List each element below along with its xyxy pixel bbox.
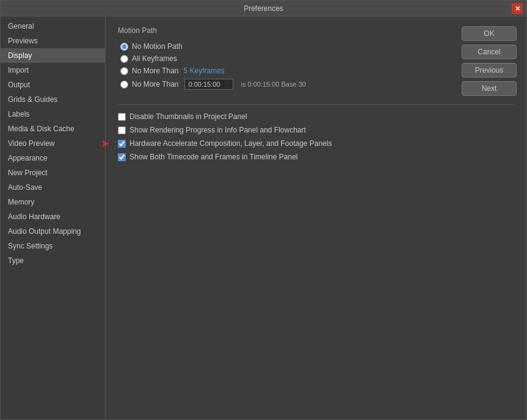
radio-row-no-motion-path: No Motion Path	[120, 42, 514, 51]
motion-path-radio-group: No Motion Path All Keyframes No More Tha…	[120, 42, 514, 90]
checkbox-disable-thumbnails-label: Disable Thumbnails in Project Panel	[129, 112, 247, 121]
sidebar-item-grids-guides[interactable]: Grids & Guides	[1, 92, 105, 107]
checkbox-group: Disable Thumbnails in Project Panel Show…	[118, 112, 514, 161]
checkbox-row-disable-thumbnails: Disable Thumbnails in Project Panel	[118, 112, 514, 121]
sidebar-item-appearance[interactable]: Appearance	[1, 151, 105, 165]
radio-no-more-than-kf[interactable]	[120, 67, 128, 75]
sidebar-item-display[interactable]: Display	[1, 48, 105, 63]
radio-all-keyframes[interactable]	[120, 55, 128, 63]
sidebar-item-sync-settings[interactable]: Sync Settings	[1, 239, 105, 253]
radio-no-motion-path[interactable]	[120, 43, 128, 51]
radio-no-motion-path-label: No Motion Path	[132, 42, 183, 51]
time-input[interactable]	[184, 79, 233, 90]
title-bar: Preferences ✕	[1, 1, 526, 16]
divider	[118, 104, 514, 105]
sidebar-item-import[interactable]: Import	[1, 63, 105, 78]
sidebar: GeneralPreviewsDisplayImportOutputGrids …	[1, 16, 106, 419]
motion-path-section-title: Motion Path	[118, 26, 514, 35]
close-button[interactable]: ✕	[512, 3, 523, 14]
sidebar-item-output[interactable]: Output	[1, 78, 105, 92]
sidebar-item-general[interactable]: General	[1, 19, 105, 34]
sidebar-item-type[interactable]: Type	[1, 253, 105, 268]
sidebar-item-auto-save[interactable]: Auto-Save	[1, 180, 105, 195]
radio-row-no-more-than-time: No More Than is 0:00:15:00 Base 30	[120, 79, 514, 90]
dialog-body: GeneralPreviewsDisplayImportOutputGrids …	[1, 16, 526, 419]
checkbox-show-rendering[interactable]	[118, 126, 126, 134]
arrow-indicator: ➤	[101, 137, 110, 150]
checkbox-row-show-timecode: Show Both Timecode and Frames in Timelin…	[118, 153, 514, 161]
checkbox-hardware-accelerate-label: Hardware Accelerate Composition, Layer, …	[129, 139, 332, 148]
sidebar-item-media-disk-cache[interactable]: Media & Disk Cache	[1, 121, 105, 136]
radio-all-keyframes-label: All Keyframes	[132, 54, 177, 63]
checkbox-row-show-rendering: Show Rendering Progress in Info Panel an…	[118, 126, 514, 134]
sidebar-item-memory[interactable]: Memory	[1, 195, 105, 209]
sidebar-item-audio-output-mapping[interactable]: Audio Output Mapping	[1, 224, 105, 239]
sidebar-item-new-project[interactable]: New Project	[1, 165, 105, 180]
ok-button[interactable]: OK	[462, 26, 517, 41]
dialog-title: Preferences	[244, 4, 283, 13]
sidebar-item-video-preview[interactable]: Video Preview	[1, 136, 105, 151]
next-button[interactable]: Next	[462, 81, 517, 96]
radio-no-more-than-time[interactable]	[120, 81, 128, 89]
radio-no-more-than-kf-label: No More Than	[132, 67, 178, 75]
checkbox-hardware-accelerate[interactable]	[118, 140, 126, 148]
checkbox-disable-thumbnails[interactable]	[118, 113, 126, 121]
preferences-dialog: Preferences ✕ GeneralPreviewsDisplayImpo…	[0, 0, 527, 420]
checkbox-row-hardware-accelerate: ➤ Hardware Accelerate Composition, Layer…	[118, 139, 514, 148]
cancel-button[interactable]: Cancel	[462, 45, 517, 59]
checkbox-show-timecode[interactable]	[118, 153, 126, 161]
radio-row-all-keyframes: All Keyframes	[120, 54, 514, 63]
sidebar-item-labels[interactable]: Labels	[1, 107, 105, 121]
keyframes-link[interactable]: 5 Keyframes	[183, 67, 224, 75]
right-buttons: OK Cancel Previous Next	[462, 26, 517, 96]
main-area: OK Cancel Previous Next Motion Path No M…	[106, 16, 526, 419]
previous-button[interactable]: Previous	[462, 63, 517, 78]
radio-no-more-than-time-label: No More Than	[132, 80, 178, 89]
time-note: is 0:00:15:00 Base 30	[241, 81, 305, 88]
checkbox-show-timecode-label: Show Both Timecode and Frames in Timelin…	[129, 153, 297, 161]
checkbox-show-rendering-label: Show Rendering Progress in Info Panel an…	[129, 126, 306, 134]
sidebar-item-audio-hardware[interactable]: Audio Hardware	[1, 209, 105, 224]
sidebar-item-previews[interactable]: Previews	[1, 34, 105, 48]
radio-row-no-more-than-kf: No More Than 5 Keyframes	[120, 67, 514, 75]
